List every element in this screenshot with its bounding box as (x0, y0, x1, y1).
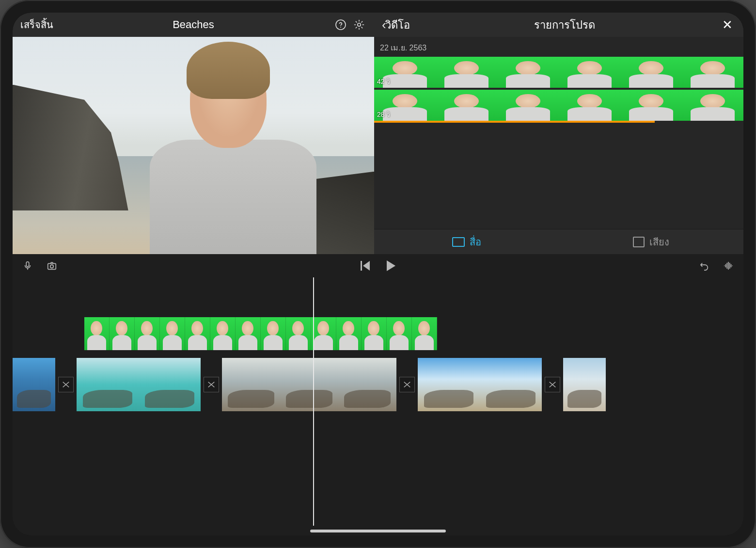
browser-title: รายการโปรด (414, 16, 715, 33)
overlay-frame (84, 317, 110, 350)
overlay-track-clip[interactable] (84, 317, 437, 350)
tab-media-label: สื่อ (470, 234, 481, 250)
tab-audio[interactable]: เสียง (559, 229, 743, 254)
browser-header: ‹ วิดีโอ รายการโปรด ✕ (374, 13, 743, 37)
clip-date-header: 22 เม.ย. 2563 (374, 37, 743, 57)
clip-row[interactable]: 42 วิ (374, 57, 743, 90)
overlay-frame (135, 317, 160, 350)
gear-icon[interactable] (352, 17, 366, 32)
playhead[interactable] (313, 277, 314, 526)
close-icon[interactable]: ✕ (719, 17, 736, 32)
overlay-frame (362, 317, 387, 350)
viewer-header: เสร็จสิ้น Beaches (13, 13, 374, 37)
overlay-frame (412, 317, 437, 350)
overlay-frame (160, 317, 185, 350)
clip-row[interactable]: 28 วิ (374, 90, 743, 123)
microphone-icon[interactable] (21, 260, 34, 271)
overlay-frame (311, 317, 336, 350)
svg-rect-3 (26, 262, 29, 267)
clip-duration-label: 42 วิ (377, 76, 390, 87)
viewer-column: เสร็จสิ้น Beaches (13, 13, 374, 254)
svg-point-1 (340, 27, 341, 28)
crossfade-icon[interactable] (58, 377, 74, 392)
ipad-frame: เสร็จสิ้น Beaches (0, 0, 756, 548)
overlay-frame (387, 317, 412, 350)
overlay-frame (236, 317, 261, 350)
preview-viewer[interactable] (13, 37, 374, 254)
top-area: เสร็จสิ้น Beaches (13, 13, 743, 254)
browser-back-button[interactable]: ‹ วิดีโอ (382, 16, 410, 33)
clip-duration-label: 28 วิ (377, 109, 390, 120)
overlay-frame (261, 317, 286, 350)
browser-tabs: สื่อ เสียง (374, 229, 743, 254)
tab-media[interactable]: สื่อ (374, 229, 559, 254)
svg-point-2 (358, 23, 361, 26)
film-icon (452, 237, 465, 247)
playback-toolbar (13, 254, 743, 277)
project-title: Beaches (57, 18, 330, 31)
browser-back-label: วิดีโอ (385, 16, 410, 33)
media-browser: ‹ วิดีโอ รายการโปรด ✕ 22 เม.ย. 2563 42 ว… (374, 13, 743, 254)
waveform-icon[interactable] (722, 260, 735, 271)
overlay-frame (210, 317, 236, 350)
overlay-frame (336, 317, 362, 350)
help-icon[interactable] (333, 17, 348, 32)
chevron-left-icon: ‹ (382, 17, 386, 32)
timeline-clip[interactable] (563, 358, 606, 411)
clip-list[interactable]: 22 เม.ย. 2563 42 วิ 28 วิ (374, 37, 743, 229)
audio-icon (633, 237, 645, 247)
timeline-clip[interactable] (418, 358, 542, 411)
undo-icon[interactable] (698, 260, 710, 271)
done-button[interactable]: เสร็จสิ้น (20, 17, 53, 32)
play-icon[interactable] (385, 260, 397, 271)
camera-icon[interactable] (46, 260, 58, 271)
timeline-clip[interactable] (222, 358, 396, 411)
svg-rect-4 (48, 263, 56, 269)
tab-audio-label: เสียง (649, 234, 669, 250)
home-indicator[interactable] (310, 530, 446, 532)
timeline-clip[interactable] (13, 358, 55, 411)
preview-subject (150, 50, 316, 254)
crossfade-icon[interactable] (204, 377, 219, 392)
svg-point-5 (50, 265, 53, 268)
crossfade-icon[interactable] (545, 377, 560, 392)
clip-selection-indicator (374, 121, 655, 123)
skip-back-icon[interactable] (359, 260, 371, 271)
overlay-frame (110, 317, 135, 350)
app-screen: เสร็จสิ้น Beaches (13, 13, 743, 535)
main-video-track (13, 358, 743, 411)
timeline[interactable] (13, 277, 743, 535)
crossfade-icon[interactable] (399, 377, 415, 392)
timeline-clip[interactable] (77, 358, 201, 411)
overlay-frame (185, 317, 210, 350)
overlay-frame (286, 317, 311, 350)
